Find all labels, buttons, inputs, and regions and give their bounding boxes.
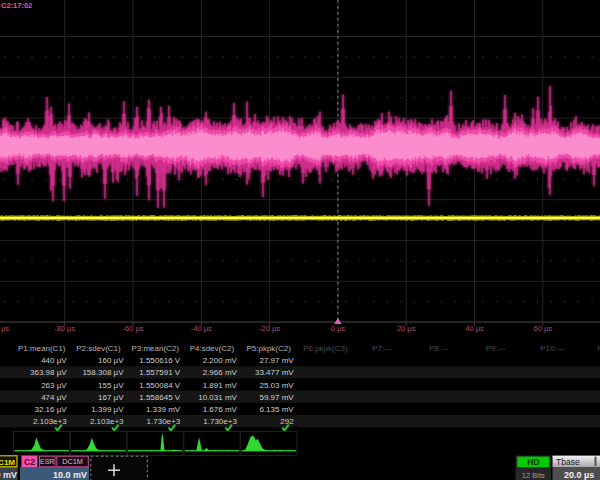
svg-text:-100 µs: -100 µs [0, 324, 9, 333]
svg-text:1.557591 V: 1.557591 V [139, 368, 181, 377]
svg-text:263 µV: 263 µV [41, 381, 67, 390]
svg-text:10.0 mV: 10.0 mV [0, 470, 17, 480]
svg-text:DC1M: DC1M [0, 458, 15, 467]
svg-text:P6:pkpk(C3): P6:pkpk(C3) [303, 344, 348, 353]
svg-text:DC1M: DC1M [62, 457, 83, 466]
svg-text:59.97 mV: 59.97 mV [259, 393, 294, 402]
svg-text:155 µV: 155 µV [98, 381, 124, 390]
svg-text:1.891 mV: 1.891 mV [203, 381, 238, 390]
svg-text:32.16 µV: 32.16 µV [35, 405, 68, 414]
svg-text:1.550084 V: 1.550084 V [139, 381, 181, 390]
svg-text:-40 µs: -40 µs [191, 324, 212, 333]
svg-text:C2:17:02: C2:17:02 [1, 1, 32, 10]
svg-text:27.97 mV: 27.97 mV [259, 356, 294, 365]
svg-text:292: 292 [280, 417, 294, 426]
svg-text:-80 µs: -80 µs [54, 324, 75, 333]
svg-text:1.730e+3: 1.730e+3 [147, 417, 181, 426]
svg-text:10.0 mV: 10.0 mV [53, 470, 87, 480]
svg-text:P10:---: P10:--- [540, 344, 565, 353]
svg-text:158.308 µV: 158.308 µV [82, 368, 124, 377]
svg-text:0 µs: 0 µs [331, 324, 346, 333]
svg-text:-60 µs: -60 µs [123, 324, 144, 333]
svg-text:P7:---: P7:--- [372, 344, 392, 353]
svg-text:P2:sdev(C1): P2:sdev(C1) [76, 344, 121, 353]
svg-text:20 µs: 20 µs [397, 324, 416, 333]
svg-text:2.966 mV: 2.966 mV [203, 368, 238, 377]
svg-text:160 µV: 160 µV [98, 356, 124, 365]
svg-text:C2: C2 [24, 457, 35, 467]
svg-text:363.98 µV: 363.98 µV [30, 368, 67, 377]
svg-text:P1:mean(C1): P1:mean(C1) [18, 344, 66, 353]
svg-text:440 µV: 440 µV [41, 356, 67, 365]
svg-text:1.730e+3: 1.730e+3 [203, 417, 237, 426]
svg-text:ESR: ESR [40, 458, 54, 465]
svg-text:2.200 mV: 2.200 mV [203, 356, 238, 365]
svg-text:P5:pkpk(C2): P5:pkpk(C2) [246, 344, 291, 353]
svg-text:60 µs: 60 µs [534, 324, 553, 333]
svg-text:P9:---: P9:--- [486, 344, 506, 353]
svg-text:1.550616 V: 1.550616 V [139, 356, 181, 365]
svg-text:6.135 mV: 6.135 mV [259, 405, 294, 414]
svg-text:P8:---: P8:--- [429, 344, 449, 353]
svg-text:474 µV: 474 µV [41, 393, 67, 402]
svg-text:167 µV: 167 µV [98, 393, 124, 402]
svg-text:P4:sdev(C2): P4:sdev(C2) [190, 344, 235, 353]
svg-text:1.558645 V: 1.558645 V [139, 393, 181, 402]
svg-text:1.676 mV: 1.676 mV [203, 405, 238, 414]
svg-text:1.399 µV: 1.399 µV [91, 405, 124, 414]
svg-text:12 Bits: 12 Bits [522, 471, 545, 480]
svg-text:20.0 µs: 20.0 µs [564, 470, 594, 480]
svg-text:1.339 mV: 1.339 mV [146, 405, 181, 414]
svg-text:2.103e+3: 2.103e+3 [90, 417, 124, 426]
svg-text:Tbase: Tbase [556, 457, 580, 467]
svg-text:33.477 mV: 33.477 mV [255, 368, 294, 377]
svg-text:P3:mean(C2): P3:mean(C2) [131, 344, 179, 353]
svg-text:-20 µs: -20 µs [259, 324, 280, 333]
svg-text:25.03 mV: 25.03 mV [259, 381, 294, 390]
svg-text:2.103e+3: 2.103e+3 [33, 417, 67, 426]
svg-text:40 µs: 40 µs [465, 324, 484, 333]
svg-text:HD: HD [527, 457, 539, 467]
svg-text:10.031 mV: 10.031 mV [198, 393, 237, 402]
